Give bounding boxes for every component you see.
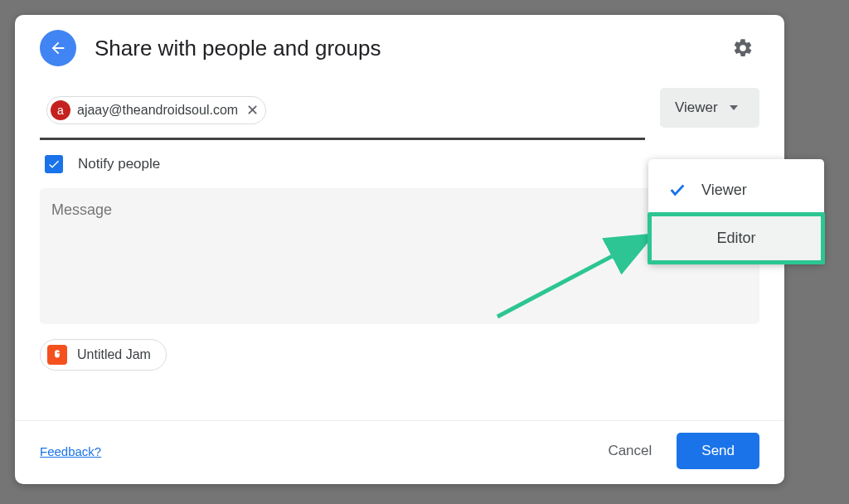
- attachment-name: Untitled Jam: [77, 347, 151, 362]
- caret-down-icon: [730, 105, 738, 110]
- arrow-left-icon: [49, 39, 67, 57]
- feedback-link[interactable]: Feedback?: [40, 444, 101, 458]
- dialog-header: Share with people and groups: [15, 15, 784, 78]
- attachment-row: Untitled Jam: [15, 324, 784, 379]
- role-option-label: Editor: [716, 230, 755, 247]
- notify-label: Notify people: [78, 156, 160, 172]
- avatar: a: [51, 100, 70, 120]
- send-button[interactable]: Send: [677, 433, 759, 469]
- role-selected-label: Viewer: [675, 99, 718, 116]
- role-option-editor[interactable]: Editor: [648, 212, 825, 264]
- chip-email: ajaay@theandroidsoul.com: [77, 103, 238, 118]
- remove-chip-button[interactable]: ✕: [246, 103, 259, 118]
- recipient-chip[interactable]: a ajaay@theandroidsoul.com ✕: [46, 96, 266, 124]
- recipients-row: a ajaay@theandroidsoul.com ✕ Viewer: [15, 88, 784, 140]
- role-dropdown[interactable]: Viewer: [660, 88, 759, 128]
- recipients-input[interactable]: a ajaay@theandroidsoul.com ✕: [40, 88, 645, 140]
- dialog-title: Share with people and groups: [95, 36, 726, 61]
- message-placeholder: Message: [51, 201, 112, 218]
- notify-checkbox[interactable]: [45, 155, 63, 173]
- role-option-label: Viewer: [701, 182, 747, 199]
- check-icon: [668, 181, 686, 199]
- jamboard-icon: [47, 345, 67, 365]
- settings-button[interactable]: [726, 32, 759, 65]
- dialog-footer: Feedback? Cancel Send: [15, 420, 784, 484]
- attachment-chip[interactable]: Untitled Jam: [40, 339, 167, 371]
- cancel-button[interactable]: Cancel: [591, 434, 668, 468]
- role-dropdown-menu: Viewer Editor: [648, 159, 824, 264]
- check-icon: [47, 158, 61, 171]
- role-option-viewer[interactable]: Viewer: [648, 167, 824, 212]
- back-button[interactable]: [40, 30, 76, 66]
- gear-icon: [732, 37, 754, 59]
